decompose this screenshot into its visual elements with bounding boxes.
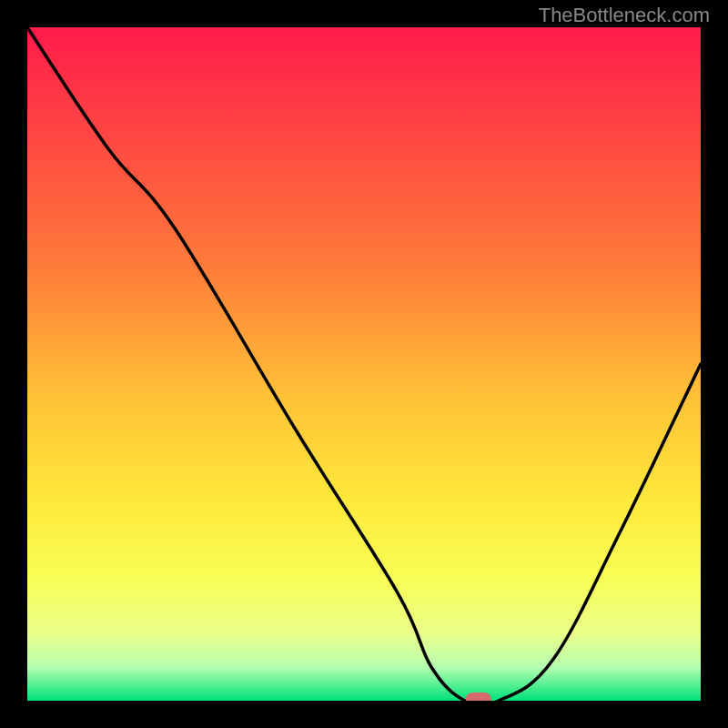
bottleneck-chart [27, 27, 701, 701]
chart-plot-area [27, 27, 701, 701]
gradient-background [27, 27, 701, 701]
sweet-spot-marker [466, 693, 491, 701]
watermark-text: TheBottleneck.com [539, 4, 710, 27]
